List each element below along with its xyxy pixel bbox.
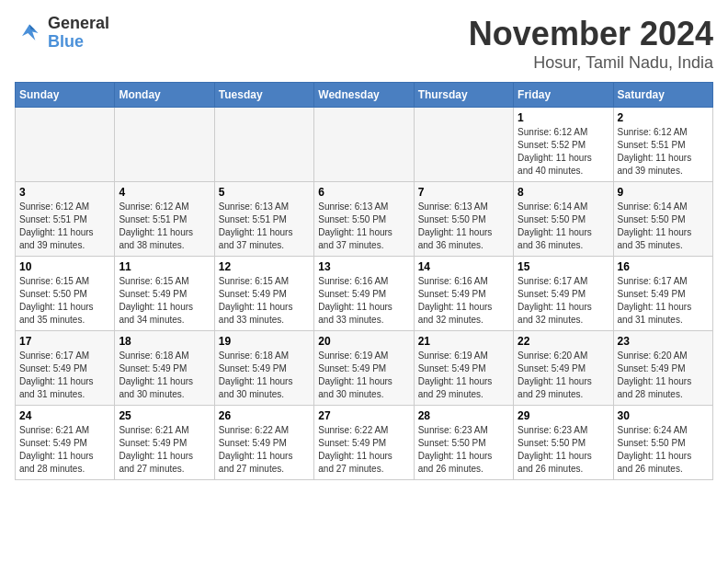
day-info: Sunrise: 6:15 AMSunset: 5:49 PMDaylight:… bbox=[219, 275, 310, 327]
day-number: 16 bbox=[618, 260, 709, 273]
calendar-week-row: 17Sunrise: 6:17 AMSunset: 5:49 PMDayligh… bbox=[16, 331, 713, 406]
calendar-cell: 1Sunrise: 6:12 AMSunset: 5:52 PMDaylight… bbox=[514, 108, 613, 182]
calendar-cell: 3Sunrise: 6:12 AMSunset: 5:51 PMDaylight… bbox=[16, 182, 115, 257]
column-header-tuesday: Tuesday bbox=[214, 83, 313, 108]
calendar-cell: 2Sunrise: 6:12 AMSunset: 5:51 PMDaylight… bbox=[613, 108, 712, 182]
calendar-cell: 14Sunrise: 6:16 AMSunset: 5:49 PMDayligh… bbox=[414, 257, 513, 331]
calendar-cell bbox=[16, 108, 115, 182]
day-number: 25 bbox=[119, 409, 210, 422]
day-number: 3 bbox=[19, 186, 110, 199]
day-number: 18 bbox=[119, 335, 210, 348]
day-number: 17 bbox=[19, 335, 110, 348]
day-info: Sunrise: 6:17 AMSunset: 5:49 PMDaylight:… bbox=[618, 275, 709, 327]
calendar-table: SundayMondayTuesdayWednesdayThursdayFrid… bbox=[15, 82, 713, 480]
calendar-cell: 30Sunrise: 6:24 AMSunset: 5:50 PMDayligh… bbox=[613, 406, 712, 480]
month-title: November 2024 bbox=[469, 15, 713, 53]
day-info: Sunrise: 6:17 AMSunset: 5:49 PMDaylight:… bbox=[19, 350, 110, 401]
day-info: Sunrise: 6:12 AMSunset: 5:51 PMDaylight:… bbox=[19, 201, 110, 252]
calendar-cell: 11Sunrise: 6:15 AMSunset: 5:49 PMDayligh… bbox=[115, 257, 214, 331]
day-info: Sunrise: 6:15 AMSunset: 5:50 PMDaylight:… bbox=[19, 275, 110, 327]
day-info: Sunrise: 6:12 AMSunset: 5:51 PMDaylight:… bbox=[119, 201, 210, 252]
day-number: 12 bbox=[219, 260, 310, 273]
day-info: Sunrise: 6:23 AMSunset: 5:50 PMDaylight:… bbox=[418, 424, 509, 476]
column-header-saturday: Saturday bbox=[613, 83, 712, 108]
column-header-sunday: Sunday bbox=[16, 83, 115, 108]
day-number: 14 bbox=[418, 260, 509, 273]
logo-text: General Blue bbox=[48, 15, 109, 52]
day-number: 24 bbox=[19, 409, 110, 422]
day-number: 21 bbox=[418, 335, 509, 348]
day-info: Sunrise: 6:20 AMSunset: 5:49 PMDaylight:… bbox=[618, 350, 709, 401]
day-number: 23 bbox=[618, 335, 709, 348]
day-number: 6 bbox=[318, 186, 409, 199]
day-info: Sunrise: 6:19 AMSunset: 5:49 PMDaylight:… bbox=[418, 350, 509, 401]
calendar-cell: 16Sunrise: 6:17 AMSunset: 5:49 PMDayligh… bbox=[613, 257, 712, 331]
day-number: 11 bbox=[119, 260, 210, 273]
day-info: Sunrise: 6:21 AMSunset: 5:49 PMDaylight:… bbox=[19, 424, 110, 476]
logo: General Blue bbox=[15, 15, 109, 52]
calendar-cell: 27Sunrise: 6:22 AMSunset: 5:49 PMDayligh… bbox=[314, 406, 414, 480]
day-info: Sunrise: 6:21 AMSunset: 5:49 PMDaylight:… bbox=[119, 424, 210, 476]
day-number: 19 bbox=[219, 335, 310, 348]
day-info: Sunrise: 6:13 AMSunset: 5:50 PMDaylight:… bbox=[418, 201, 509, 252]
calendar-cell bbox=[414, 108, 513, 182]
calendar-cell: 22Sunrise: 6:20 AMSunset: 5:49 PMDayligh… bbox=[514, 331, 613, 406]
day-info: Sunrise: 6:13 AMSunset: 5:51 PMDaylight:… bbox=[219, 201, 310, 252]
calendar-cell: 24Sunrise: 6:21 AMSunset: 5:49 PMDayligh… bbox=[16, 406, 115, 480]
day-number: 20 bbox=[318, 335, 409, 348]
day-number: 5 bbox=[219, 186, 310, 199]
calendar-cell: 7Sunrise: 6:13 AMSunset: 5:50 PMDaylight… bbox=[414, 182, 513, 257]
calendar-header-row: SundayMondayTuesdayWednesdayThursdayFrid… bbox=[16, 83, 713, 108]
page-header: General Blue November 2024 Hosur, Tamil … bbox=[15, 15, 713, 73]
day-info: Sunrise: 6:16 AMSunset: 5:49 PMDaylight:… bbox=[418, 275, 509, 327]
day-number: 4 bbox=[119, 186, 210, 199]
day-info: Sunrise: 6:19 AMSunset: 5:49 PMDaylight:… bbox=[318, 350, 409, 401]
column-header-monday: Monday bbox=[115, 83, 214, 108]
calendar-cell: 17Sunrise: 6:17 AMSunset: 5:49 PMDayligh… bbox=[16, 331, 115, 406]
calendar-cell: 5Sunrise: 6:13 AMSunset: 5:51 PMDaylight… bbox=[214, 182, 313, 257]
day-number: 7 bbox=[418, 186, 509, 199]
calendar-cell: 26Sunrise: 6:22 AMSunset: 5:49 PMDayligh… bbox=[214, 406, 313, 480]
day-info: Sunrise: 6:14 AMSunset: 5:50 PMDaylight:… bbox=[518, 201, 609, 252]
day-info: Sunrise: 6:15 AMSunset: 5:49 PMDaylight:… bbox=[119, 275, 210, 327]
day-info: Sunrise: 6:18 AMSunset: 5:49 PMDaylight:… bbox=[119, 350, 210, 401]
calendar-cell: 6Sunrise: 6:13 AMSunset: 5:50 PMDaylight… bbox=[314, 182, 414, 257]
calendar-cell: 13Sunrise: 6:16 AMSunset: 5:49 PMDayligh… bbox=[314, 257, 414, 331]
calendar-cell: 19Sunrise: 6:18 AMSunset: 5:49 PMDayligh… bbox=[214, 331, 313, 406]
calendar-cell bbox=[314, 108, 414, 182]
calendar-cell: 23Sunrise: 6:20 AMSunset: 5:49 PMDayligh… bbox=[613, 331, 712, 406]
calendar-week-row: 10Sunrise: 6:15 AMSunset: 5:50 PMDayligh… bbox=[16, 257, 713, 331]
day-number: 26 bbox=[219, 409, 310, 422]
day-number: 15 bbox=[518, 260, 609, 273]
day-info: Sunrise: 6:12 AMSunset: 5:51 PMDaylight:… bbox=[618, 126, 709, 178]
day-number: 30 bbox=[618, 409, 709, 422]
calendar-cell: 21Sunrise: 6:19 AMSunset: 5:49 PMDayligh… bbox=[414, 331, 513, 406]
day-number: 8 bbox=[518, 186, 609, 199]
day-info: Sunrise: 6:22 AMSunset: 5:49 PMDaylight:… bbox=[219, 424, 310, 476]
calendar-cell: 28Sunrise: 6:23 AMSunset: 5:50 PMDayligh… bbox=[414, 406, 513, 480]
day-info: Sunrise: 6:18 AMSunset: 5:49 PMDaylight:… bbox=[219, 350, 310, 401]
calendar-cell: 29Sunrise: 6:23 AMSunset: 5:50 PMDayligh… bbox=[514, 406, 613, 480]
column-header-friday: Friday bbox=[514, 83, 613, 108]
calendar-cell: 10Sunrise: 6:15 AMSunset: 5:50 PMDayligh… bbox=[16, 257, 115, 331]
calendar-cell bbox=[115, 108, 214, 182]
day-info: Sunrise: 6:23 AMSunset: 5:50 PMDaylight:… bbox=[518, 424, 609, 476]
calendar-cell: 25Sunrise: 6:21 AMSunset: 5:49 PMDayligh… bbox=[115, 406, 214, 480]
title-block: November 2024 Hosur, Tamil Nadu, India bbox=[469, 15, 713, 73]
calendar-week-row: 3Sunrise: 6:12 AMSunset: 5:51 PMDaylight… bbox=[16, 182, 713, 257]
day-info: Sunrise: 6:20 AMSunset: 5:49 PMDaylight:… bbox=[518, 350, 609, 401]
day-number: 29 bbox=[518, 409, 609, 422]
calendar-cell: 12Sunrise: 6:15 AMSunset: 5:49 PMDayligh… bbox=[214, 257, 313, 331]
day-info: Sunrise: 6:16 AMSunset: 5:49 PMDaylight:… bbox=[318, 275, 409, 327]
calendar-cell: 9Sunrise: 6:14 AMSunset: 5:50 PMDaylight… bbox=[613, 182, 712, 257]
day-number: 13 bbox=[318, 260, 409, 273]
day-number: 22 bbox=[518, 335, 609, 348]
day-info: Sunrise: 6:24 AMSunset: 5:50 PMDaylight:… bbox=[618, 424, 709, 476]
day-info: Sunrise: 6:17 AMSunset: 5:49 PMDaylight:… bbox=[518, 275, 609, 327]
calendar-cell: 4Sunrise: 6:12 AMSunset: 5:51 PMDaylight… bbox=[115, 182, 214, 257]
calendar-cell: 15Sunrise: 6:17 AMSunset: 5:49 PMDayligh… bbox=[514, 257, 613, 331]
calendar-cell: 8Sunrise: 6:14 AMSunset: 5:50 PMDaylight… bbox=[514, 182, 613, 257]
column-header-wednesday: Wednesday bbox=[314, 83, 414, 108]
day-info: Sunrise: 6:12 AMSunset: 5:52 PMDaylight:… bbox=[518, 126, 609, 178]
day-info: Sunrise: 6:22 AMSunset: 5:49 PMDaylight:… bbox=[318, 424, 409, 476]
